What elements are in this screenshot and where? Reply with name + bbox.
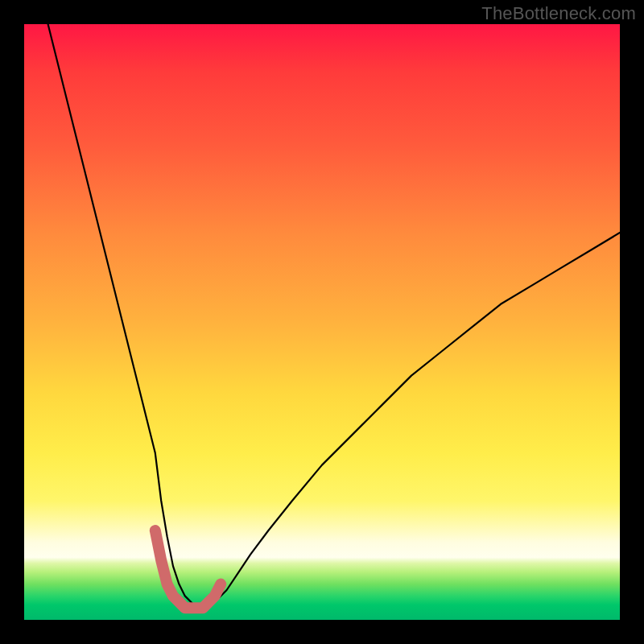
bottleneck-curve-path — [48, 24, 620, 608]
optimal-segment-path — [155, 530, 221, 608]
curve-svg — [24, 24, 620, 620]
watermark-text: TheBottleneck.com — [481, 3, 636, 24]
chart-frame: TheBottleneck.com — [0, 0, 644, 644]
plot-area — [24, 24, 620, 620]
